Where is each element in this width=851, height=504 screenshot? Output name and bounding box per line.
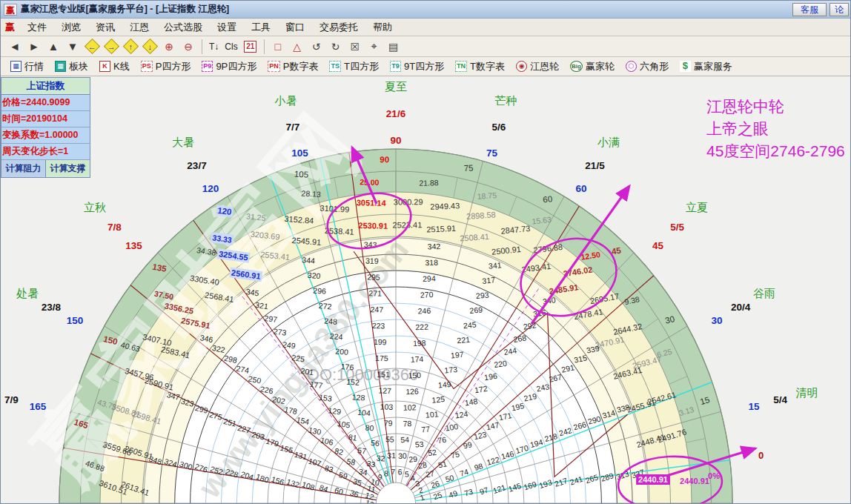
chart-tool-icon[interactable]: ▤ xyxy=(384,38,403,55)
menu-browse[interactable]: 浏览 xyxy=(55,19,87,36)
crosshair-icon[interactable]: ⌖ xyxy=(365,38,384,55)
svg-text:32: 32 xyxy=(376,454,385,463)
svg-text:150: 150 xyxy=(408,371,421,380)
pan-down-icon[interactable]: ↓ xyxy=(140,38,159,55)
svg-text:125: 125 xyxy=(431,394,446,405)
winner-wheel-button[interactable]: Big赢家轮 xyxy=(565,59,620,75)
winner-wheel-icon: Big xyxy=(570,61,583,72)
gods-eye-note-line-1: 江恩轮中轮 xyxy=(706,98,784,115)
menu-window[interactable]: 窗口 xyxy=(279,19,311,36)
sector-button[interactable]: ▦板块 xyxy=(50,59,93,75)
svg-text:34: 34 xyxy=(358,467,368,477)
gann-wheel-canvas[interactable]: 赢家财富网www.yingjia360.comQQ:10000036015304… xyxy=(1,76,851,504)
svg-text:小暑: 小暑 xyxy=(274,94,297,107)
svg-text:21/5: 21/5 xyxy=(585,160,605,171)
stock-info-panel: 上证指数 价格=2440.9099 时间=20190104 变换系数=1.000… xyxy=(1,77,90,178)
nav-up-icon[interactable]: ▲ xyxy=(44,38,63,55)
toolbar-separator xyxy=(264,39,265,54)
gann-wheel-icon: ◉ xyxy=(516,61,527,72)
customer-service-button[interactable]: 客服 xyxy=(792,3,827,16)
menu-news[interactable]: 资讯 xyxy=(89,19,122,36)
calc-resistance-button[interactable]: 计算阻力 xyxy=(1,160,46,177)
rotate-cw-icon[interactable]: ↻ xyxy=(326,38,345,55)
svg-text:3051.14: 3051.14 xyxy=(357,198,387,208)
svg-text:7/8: 7/8 xyxy=(107,222,122,233)
svg-text:126: 126 xyxy=(405,387,419,397)
window-title: 赢家江恩专业版[赢家服务平台] - [上证指数 江恩轮] xyxy=(21,3,229,16)
svg-text:129: 129 xyxy=(328,405,342,416)
menu-settings[interactable]: 设置 xyxy=(211,19,243,36)
svg-text:5/6: 5/6 xyxy=(492,122,506,133)
nav-down-icon[interactable]: ▼ xyxy=(63,38,82,55)
gann-wheel-chart-area[interactable]: 赢家财富网www.yingjia360.comQQ:10000036015304… xyxy=(1,76,851,504)
svg-text:处暑: 处暑 xyxy=(16,287,39,299)
calendar-icon[interactable]: 21 xyxy=(241,38,260,55)
pan-left-icon[interactable]: ← xyxy=(82,38,102,55)
cls-button[interactable]: Cls xyxy=(222,38,240,55)
rect-tool-icon[interactable]: □ xyxy=(268,38,288,55)
title-bar: 赢 赢家江恩专业版[赢家服务平台] - [上证指数 江恩轮] 客服 论坛 xyxy=(1,1,851,19)
gann-wheel-button[interactable]: ◉江恩轮 xyxy=(511,59,564,75)
menu-file[interactable]: 文件 xyxy=(21,19,53,36)
t-square-button[interactable]: TST四方形 xyxy=(324,59,383,75)
triangle-tool-icon[interactable]: △ xyxy=(288,38,307,55)
zoom-out-icon[interactable]: ⊖ xyxy=(179,38,198,55)
svg-text:52: 52 xyxy=(427,448,437,458)
zoom-in-icon[interactable]: ⊕ xyxy=(159,38,179,55)
svg-text:199: 199 xyxy=(374,337,387,346)
svg-text:317: 317 xyxy=(482,275,496,285)
dollar-icon: $ xyxy=(680,61,691,72)
forum-button[interactable]: 论坛 xyxy=(830,3,849,16)
svg-text:7/7: 7/7 xyxy=(286,122,300,133)
svg-text:芒种: 芒种 xyxy=(495,94,517,107)
price-value: 价格=2440.9099 xyxy=(1,95,90,111)
select-box-icon[interactable]: ☒ xyxy=(345,38,365,55)
t9-square-button[interactable]: T99T四方形 xyxy=(385,59,449,75)
nav-right-icon[interactable]: ► xyxy=(24,38,44,55)
svg-text:245: 245 xyxy=(463,320,477,331)
menu-tools[interactable]: 工具 xyxy=(245,19,277,36)
svg-text:105: 105 xyxy=(294,170,309,179)
svg-text:5/5: 5/5 xyxy=(670,222,684,233)
hexagon-button[interactable]: ⬡六角形 xyxy=(620,59,674,75)
menu-formula-stock-pick[interactable]: 公式选股 xyxy=(157,19,209,36)
t-number-table-button[interactable]: TNT数字表 xyxy=(450,59,510,75)
pan-right-icon[interactable]: → xyxy=(102,38,121,55)
p-square-button[interactable]: PSP四方形 xyxy=(136,59,196,75)
pan-up-icon[interactable]: ↑ xyxy=(121,38,140,55)
menu-help[interactable]: 帮助 xyxy=(366,19,399,36)
menu-gann[interactable]: 江恩 xyxy=(123,19,156,36)
svg-text:174: 174 xyxy=(411,354,424,364)
svg-text:2949.43: 2949.43 xyxy=(430,201,460,211)
kline-button[interactable]: KK线 xyxy=(94,59,135,75)
svg-text:23/8: 23/8 xyxy=(42,302,62,313)
svg-text:320: 320 xyxy=(307,271,321,280)
menu-trade[interactable]: 交易委托 xyxy=(313,19,365,36)
winner-service-button[interactable]: $赢家服务 xyxy=(675,59,738,75)
svg-text:225: 225 xyxy=(291,353,305,363)
svg-text:大暑: 大暑 xyxy=(172,136,194,148)
svg-text:120: 120 xyxy=(202,183,219,194)
svg-text:151: 151 xyxy=(377,370,390,379)
calc-support-button[interactable]: 计算支撑 xyxy=(46,160,90,177)
svg-text:81: 81 xyxy=(348,432,357,442)
svg-text:127: 127 xyxy=(378,386,391,395)
svg-text:135: 135 xyxy=(125,240,142,251)
updown-tool-icon[interactable]: T↓ xyxy=(206,38,222,55)
svg-text:55: 55 xyxy=(385,434,394,443)
nav-left-icon[interactable]: ◄ xyxy=(5,38,24,55)
svg-text:33: 33 xyxy=(366,459,376,469)
svg-text:342: 342 xyxy=(427,242,440,251)
svg-text:103: 103 xyxy=(380,402,394,411)
svg-text:58: 58 xyxy=(346,457,357,467)
p9-square-button[interactable]: P99P四方形 xyxy=(196,59,262,75)
svg-text:75: 75 xyxy=(486,147,498,159)
menu-logo-icon: 赢 xyxy=(5,21,15,34)
svg-text:120: 120 xyxy=(217,206,233,216)
rotate-ccw-icon[interactable]: ↺ xyxy=(307,38,326,55)
p-number-table-button[interactable]: PNP数字表 xyxy=(262,59,323,75)
quote-button[interactable]: ▦行情 xyxy=(5,59,49,75)
svg-text:249: 249 xyxy=(282,339,296,350)
toolbar-separator xyxy=(202,39,202,54)
svg-text:198: 198 xyxy=(413,338,426,348)
